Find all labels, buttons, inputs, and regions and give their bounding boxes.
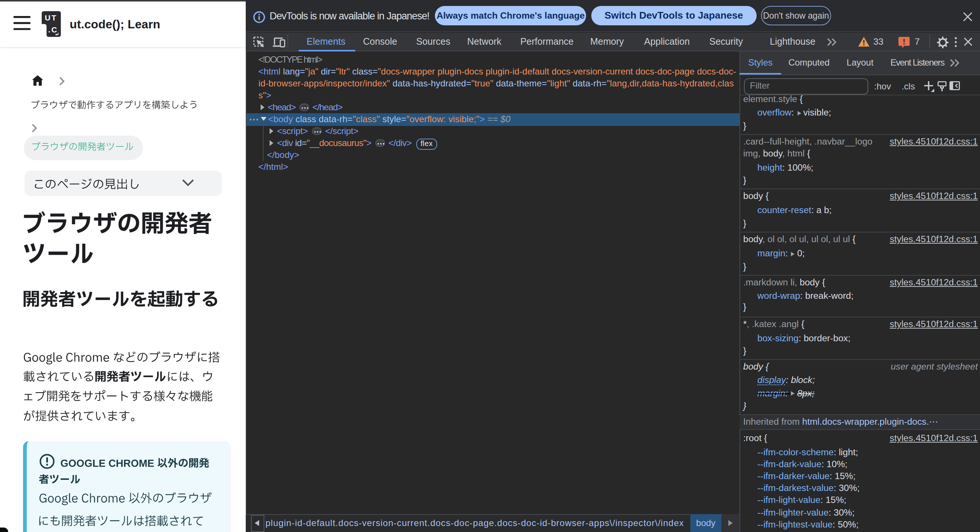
svg-text:.C: .C <box>48 25 59 34</box>
svg-text:UT: UT <box>45 13 58 22</box>
